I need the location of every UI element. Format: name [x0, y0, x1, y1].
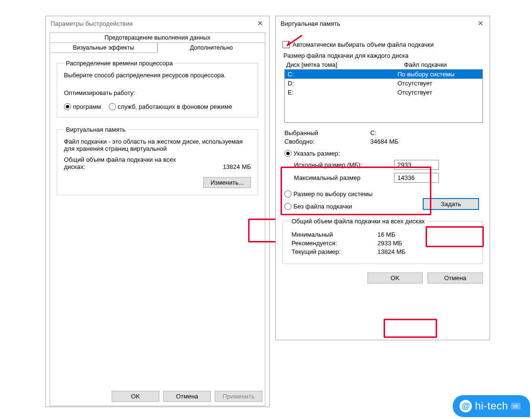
virtual-memory-group: Виртуальная память Файл подкачки - это о… — [57, 126, 258, 195]
drive-name: C: — [288, 70, 397, 79]
tab-advanced[interactable]: Дополнительно — [157, 43, 265, 53]
watermark-text: hi-tech — [475, 400, 508, 412]
virtual-memory-window: Виртуальная память ✕ Автоматически выбир… — [275, 16, 490, 340]
cur-label: Текущий размер: — [292, 248, 377, 255]
change-button[interactable]: Изменить... — [203, 177, 251, 188]
auto-manage-label: Автоматически выбирать объем файла подка… — [292, 41, 434, 48]
custom-size-area: Указать размер: Исходный размер (МБ): Ма… — [282, 147, 483, 189]
set-button[interactable]: Задать — [423, 198, 479, 210]
drive-status: Отсутствует — [397, 88, 432, 97]
drive-list-header: Диск [метка тома] Файл подкачки — [286, 61, 483, 68]
radio-icon — [284, 150, 292, 157]
drive-status: По выбору системы — [397, 70, 455, 79]
drive-row[interactable]: D: Отсутствует — [285, 79, 482, 88]
titlebar: Виртуальная память ✕ — [276, 16, 490, 31]
optimize-label: Оптимизировать работу: — [64, 89, 251, 96]
tab-dep[interactable]: Предотвращение выполнения данных — [50, 32, 265, 43]
drive-row[interactable]: E: Отсутствует — [285, 88, 482, 97]
group-legend: Виртуальная память — [64, 126, 127, 133]
cur-value: 13824 МБ — [377, 248, 406, 255]
window-title: Параметры быстродействия — [51, 20, 133, 27]
drive-status: Отсутствует — [397, 79, 432, 88]
watermark-badge: @ hi-tech vk — [453, 395, 530, 417]
col-pagefile: Файл подкачки — [404, 61, 447, 68]
ok-button[interactable]: OK — [112, 391, 159, 402]
totals-group: Общий объем файла подкачки на всех диска… — [282, 218, 483, 264]
dialog-buttons: OK Отмена Применить — [112, 391, 262, 402]
group-legend: Общий объем файла подкачки на всех диска… — [290, 218, 427, 225]
radio-background-services[interactable]: служб, работающих в фоновом режиме — [109, 103, 232, 110]
tab-panel: Распределение времени процессора Выберит… — [50, 53, 265, 406]
radio-custom-size[interactable]: Указать размер: — [284, 150, 340, 157]
cpu-desc: Выберите способ распределения ресурсов п… — [64, 72, 251, 79]
selected-drive-value: C: — [370, 129, 376, 136]
rec-label: Рекомендуется: — [292, 240, 377, 247]
radio-label: Размер по выбору системы — [293, 190, 373, 198]
min-value: 16 МБ — [377, 231, 395, 238]
per-drive-label: Размер файла подкачки для каждого диска — [283, 52, 483, 59]
tabs: Предотвращение выполнения данных Визуаль… — [50, 32, 265, 53]
radio-icon — [64, 103, 71, 110]
vm-body: Автоматически выбирать объем файла подка… — [276, 31, 490, 288]
drive-list[interactable]: C: По выбору системы D: Отсутствует E: О… — [284, 69, 483, 123]
radio-icon — [284, 203, 292, 210]
radio-label: программ — [73, 103, 101, 110]
cancel-button[interactable]: Отмена — [163, 391, 211, 402]
window-title: Виртуальная память — [281, 20, 340, 27]
at-icon: @ — [459, 400, 472, 412]
vm-total-value: 13824 МБ — [223, 163, 251, 170]
radio-no-paging-file[interactable]: Без файла подкачки — [284, 203, 352, 210]
max-size-label: Максимальный размер — [284, 174, 394, 181]
radio-icon — [284, 190, 292, 198]
initial-size-input[interactable] — [394, 160, 439, 170]
vm-total-label: Общий объем файла подкачки на всех диска… — [64, 156, 188, 170]
close-icon[interactable]: ✕ — [474, 19, 487, 28]
radio-icon — [109, 103, 116, 110]
radio-label: Без файла подкачки — [293, 203, 352, 210]
min-label: Минимальный — [292, 231, 377, 238]
drive-name: D: — [288, 79, 397, 88]
max-size-input[interactable] — [394, 173, 439, 183]
radio-programs[interactable]: программ — [64, 103, 101, 110]
auto-manage-checkbox-row[interactable]: Автоматически выбирать объем файла подка… — [282, 41, 483, 48]
radio-label: служб, работающих в фоновом режиме — [118, 103, 232, 110]
drive-name: E: — [288, 88, 397, 97]
apply-button[interactable]: Применить — [215, 391, 262, 402]
close-icon[interactable]: ✕ — [254, 19, 266, 28]
drive-row[interactable]: C: По выбору системы — [285, 70, 482, 79]
tab-visual-effects[interactable]: Визуальные эффекты — [50, 43, 157, 53]
rec-value: 2933 МБ — [377, 240, 402, 247]
ok-button[interactable]: OK — [367, 272, 423, 283]
free-space-label: Свободно: — [284, 138, 370, 145]
radio-label: Указать размер: — [293, 150, 340, 157]
cancel-button[interactable]: Отмена — [428, 272, 483, 283]
free-space-value: 34684 МБ — [370, 138, 398, 145]
radio-system-managed[interactable]: Размер по выбору системы — [284, 190, 373, 198]
selected-drive-label: Выбранный — [284, 129, 370, 136]
vm-desc: Файл подкачки - это область на жестком д… — [64, 138, 251, 152]
group-legend: Распределение времени процессора — [64, 60, 175, 67]
col-drive: Диск [метка тома] — [286, 61, 337, 68]
vk-icon: vk — [511, 403, 521, 409]
cpu-scheduling-group: Распределение времени процессора Выберит… — [57, 60, 258, 117]
initial-size-label: Исходный размер (МБ): — [284, 161, 394, 168]
performance-options-window: Параметры быстродействия ✕ Предотвращени… — [45, 16, 270, 407]
annotation-arrow-icon — [284, 34, 303, 49]
titlebar: Параметры быстродействия ✕ — [46, 16, 269, 31]
